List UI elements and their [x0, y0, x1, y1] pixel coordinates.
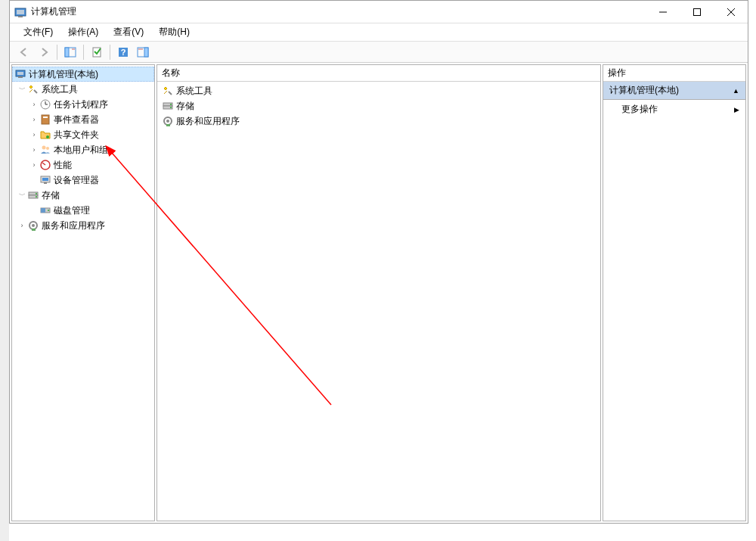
chevron-right-icon[interactable]: › — [17, 220, 27, 231]
actions-header-label: 操作 — [608, 67, 626, 79]
svg-point-35 — [36, 196, 37, 197]
tree-label: 系统工具 — [42, 83, 78, 96]
disk-icon — [39, 204, 51, 216]
tree-label: 任务计划程序 — [54, 98, 108, 111]
close-button[interactable] — [714, 1, 748, 23]
window-title: 计算机管理 — [31, 5, 646, 18]
svg-point-25 — [42, 146, 46, 150]
svg-rect-41 — [32, 229, 36, 231]
gauge-icon — [39, 159, 51, 171]
chevron-down-icon[interactable]: ﹀ — [17, 84, 27, 95]
menu-action[interactable]: 操作(A) — [60, 23, 106, 41]
tree-label: 设备管理器 — [54, 174, 99, 187]
back-button[interactable] — [16, 44, 33, 61]
svg-point-47 — [166, 120, 169, 123]
storage-icon — [27, 189, 39, 201]
chevron-right-icon[interactable]: › — [29, 129, 39, 140]
svg-rect-8 — [65, 48, 69, 57]
actions-section-label: 计算机管理(本地) — [609, 84, 679, 97]
list-item-label: 系统工具 — [176, 85, 212, 98]
menu-file[interactable]: 文件(F) — [16, 23, 60, 41]
clock-icon — [39, 98, 51, 110]
svg-point-44 — [170, 104, 172, 105]
column-name: 名称 — [162, 67, 180, 79]
svg-point-34 — [36, 193, 37, 194]
actions-more-actions[interactable]: 更多操作 ▶ — [603, 100, 745, 119]
tree-panel[interactable]: 计算机管理(本地) ﹀ 系统工具 › 任务计划程序 › — [11, 64, 155, 521]
chevron-right-icon[interactable]: › — [29, 160, 39, 170]
help-button[interactable]: ? — [115, 44, 132, 61]
list-item-label: 服务和应用程序 — [176, 115, 240, 128]
folder-share-icon — [39, 129, 51, 141]
svg-rect-23 — [43, 117, 48, 118]
svg-rect-14 — [144, 48, 148, 57]
svg-rect-48 — [166, 124, 170, 126]
tree-disk-management[interactable]: 磁盘管理 — [12, 203, 154, 218]
list-body[interactable]: 系统工具 存储 服务和应用程序 — [157, 82, 600, 521]
tree-root-computer-management[interactable]: 计算机管理(本地) — [12, 67, 154, 82]
tools-icon — [162, 85, 174, 97]
tree-task-scheduler[interactable]: › 任务计划程序 — [12, 97, 154, 112]
background-edge — [0, 0, 9, 541]
tree-performance[interactable]: › 性能 — [12, 157, 154, 173]
list-item-system-tools[interactable]: 系统工具 — [157, 83, 600, 98]
chevron-right-icon[interactable]: › — [29, 114, 39, 125]
svg-rect-30 — [42, 178, 48, 181]
tree-system-tools[interactable]: ﹀ 系统工具 — [12, 82, 154, 97]
tree-event-viewer[interactable]: › 事件查看器 — [12, 112, 154, 127]
list-header[interactable]: 名称 — [157, 65, 600, 82]
toolbar: ? — [10, 42, 748, 63]
tree-label: 服务和应用程序 — [42, 219, 105, 232]
actions-item-label: 更多操作 — [621, 103, 658, 116]
tree-device-manager[interactable]: 设备管理器 — [12, 173, 154, 188]
actions-panel: 操作 计算机管理(本地) ▲ 更多操作 ▶ — [603, 64, 746, 521]
main-window: 计算机管理 文件(F) 操作(A) 查看(V) 帮助(H) — [9, 0, 748, 524]
tree-services-apps[interactable]: › 服务和应用程序 — [12, 218, 154, 233]
chevron-right-icon[interactable]: › — [29, 145, 39, 155]
tree-label: 事件查看器 — [54, 113, 99, 126]
minimize-button[interactable] — [646, 1, 680, 23]
maximize-button[interactable] — [680, 1, 714, 23]
svg-point-26 — [46, 147, 49, 150]
titlebar: 计算机管理 — [10, 1, 748, 23]
tree-label: 磁盘管理 — [54, 204, 90, 217]
device-icon — [39, 174, 51, 186]
toolbar-separator — [57, 45, 57, 60]
actions-section-title[interactable]: 计算机管理(本地) ▲ — [603, 82, 745, 100]
gear-icon — [162, 115, 174, 127]
forward-button[interactable] — [36, 44, 52, 61]
svg-rect-4 — [693, 8, 700, 15]
chevron-down-icon[interactable]: ﹀ — [17, 190, 27, 201]
users-icon — [39, 144, 51, 156]
list-item-storage[interactable]: 存储 — [157, 98, 600, 113]
svg-rect-37 — [41, 208, 45, 213]
svg-point-45 — [170, 107, 172, 108]
tree-local-users-groups[interactable]: › 本地用户和组 — [12, 142, 154, 157]
toolbar-separator — [83, 45, 84, 60]
properties-button[interactable] — [88, 44, 105, 61]
menu-help[interactable]: 帮助(H) — [151, 23, 197, 41]
svg-rect-1 — [17, 10, 24, 14]
show-hide-action-pane-button[interactable] — [135, 44, 151, 61]
list-item-services-apps[interactable]: 服务和应用程序 — [157, 113, 600, 129]
tree-storage[interactable]: ﹀ 存储 — [12, 188, 154, 203]
show-hide-tree-button[interactable] — [62, 44, 79, 61]
window-controls — [646, 1, 748, 23]
storage-icon — [162, 100, 174, 112]
list-item-label: 存储 — [176, 100, 194, 113]
tree-shared-folders[interactable]: › 共享文件夹 — [12, 127, 154, 142]
tree-label: 存储 — [42, 189, 60, 202]
tree-label: 本地用户和组 — [54, 144, 108, 157]
toolbar-separator — [110, 45, 110, 60]
content-area: 计算机管理(本地) ﹀ 系统工具 › 任务计划程序 › — [10, 63, 748, 523]
menubar: 文件(F) 操作(A) 查看(V) 帮助(H) — [10, 23, 748, 42]
book-icon — [39, 113, 51, 126]
actions-header: 操作 — [603, 65, 745, 82]
computer-icon — [14, 68, 26, 80]
gear-icon — [27, 219, 39, 232]
svg-point-38 — [48, 210, 49, 211]
chevron-right-icon[interactable]: › — [29, 99, 39, 110]
svg-rect-17 — [17, 72, 23, 75]
menu-view[interactable]: 查看(V) — [106, 23, 151, 41]
svg-rect-22 — [42, 115, 49, 124]
